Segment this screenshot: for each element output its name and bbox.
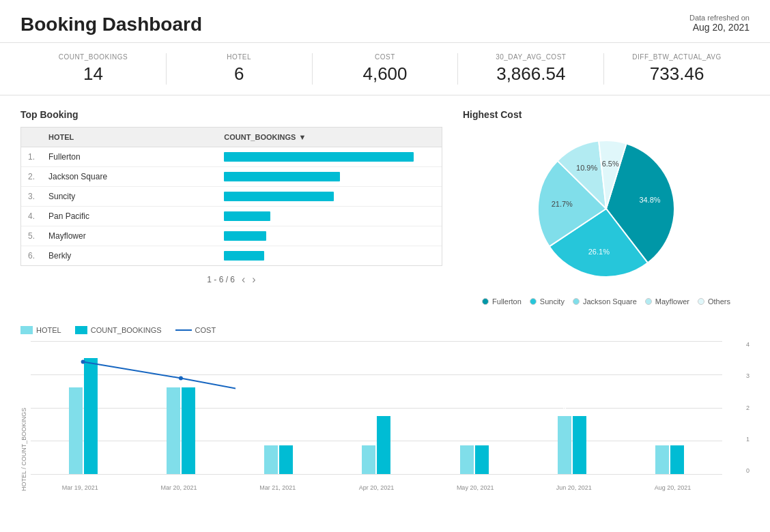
legend-label: Suncity <box>540 297 565 306</box>
bar-fill <box>224 172 340 181</box>
bar-hotel: 1 <box>362 445 375 475</box>
bar-fill <box>224 251 264 261</box>
table-row: 5. Mayflower <box>21 226 442 246</box>
bar-group-4: 1 <box>460 445 489 475</box>
bar-group-1: 3 <box>167 387 195 475</box>
pie-label-0: 34.8% <box>639 196 660 204</box>
hotel-cell: Suncity <box>48 192 224 201</box>
chart-legend-item-cost: COST <box>175 326 216 334</box>
hotel-count-label: 1 <box>661 435 664 442</box>
metric-cost: COST 4,600 <box>313 53 459 85</box>
bar-bookings <box>475 445 489 475</box>
legend-dot <box>698 298 704 305</box>
bar-bookings <box>670 445 684 475</box>
col-hotel-header: HOTEL <box>48 133 224 141</box>
bar-fill <box>224 152 414 162</box>
bar-group-5: 2 <box>558 416 586 474</box>
rank-cell: 5. <box>28 231 48 241</box>
bar-hotel: 2 <box>558 416 571 474</box>
table-header: HOTEL COUNT_BOOKINGS ▼ <box>21 128 442 147</box>
chart-legend-label: HOTEL <box>36 326 61 334</box>
metric-value: 4,600 <box>313 63 458 85</box>
legend-dot <box>530 298 537 305</box>
rank-cell: 4. <box>28 211 48 221</box>
chart-legend: HOTEL COUNT_BOOKINGS COST <box>20 326 750 334</box>
hotel-count-label: 1 <box>465 435 468 442</box>
refresh-date: Aug 20, 2021 <box>689 22 750 33</box>
table-row: 4. Pan Pacific <box>21 207 442 226</box>
prev-page-button[interactable]: ‹ <box>242 274 245 285</box>
bar-hotel: 3 <box>167 387 180 475</box>
col-rank-header <box>28 133 48 141</box>
table-row: 1. Fullerton <box>21 147 442 167</box>
bar-cell <box>224 211 435 221</box>
pie-label-2: 21.7% <box>552 200 573 208</box>
pie-label-3: 10.9% <box>576 164 597 172</box>
bar-cell <box>224 152 435 162</box>
sort-icon: ▼ <box>298 133 306 141</box>
legend-item-jackson-square: Jackson Square <box>573 297 637 306</box>
bar-bookings <box>377 416 390 474</box>
col-bookings-header: COUNT_BOOKINGS ▼ <box>224 133 435 141</box>
bottom-chart-section: HOTEL COUNT_BOOKINGS COST HOTEL / COUNT_… <box>0 319 770 505</box>
legend-item-mayflower: Mayflower <box>645 297 689 306</box>
bar-hotel: 1 <box>460 445 474 475</box>
metric-label: DIFF_BTW_ACTUAL_AVG <box>604 53 750 61</box>
hotel-count-label: 1 <box>270 435 273 442</box>
table-row: 2. Jackson Square <box>21 167 442 187</box>
hotel-cell: Pan Pacific <box>48 211 224 221</box>
bar-hotel: 3 <box>69 387 83 475</box>
highest-cost-title: Highest Cost <box>463 109 750 120</box>
rank-cell: 1. <box>28 152 48 162</box>
metric-value: 733.46 <box>604 63 750 85</box>
table-row: 6. Berkly <box>21 246 442 265</box>
bar-group-6: 1 <box>655 445 684 475</box>
legend-item-suncity: Suncity <box>530 297 565 306</box>
legend-label: Mayflower <box>655 297 689 306</box>
metric-label: COUNT_BOOKINGS <box>20 53 166 61</box>
x-label-5: Jun 20, 2021 <box>545 484 603 491</box>
bar-bookings <box>84 358 98 474</box>
chart-legend-item-hotel: HOTEL <box>20 326 61 334</box>
bar-fill <box>224 192 334 201</box>
bar-bookings <box>279 445 293 475</box>
metric-diff_btw_actual_avg: DIFF_BTW_ACTUAL_AVG 733.46 <box>604 53 750 85</box>
page-title: Booking Dashboard <box>20 14 202 35</box>
metric-label: 30_DAY_AVG_COST <box>458 53 603 61</box>
metric-label: COST <box>313 53 458 61</box>
hotel-cell: Fullerton <box>48 152 224 162</box>
metric-value: 6 <box>167 63 312 85</box>
bar-hotel: 1 <box>264 445 278 475</box>
pie-chart: 34.8%26.1%21.7%10.9%6.5% <box>524 127 688 291</box>
refresh-info: Data refreshed on Aug 20, 2021 <box>689 14 750 33</box>
metric-30_day_avg_cost: 30_DAY_AVG_COST 3,866.54 <box>458 53 604 85</box>
legend-label: Fullerton <box>492 297 522 306</box>
pagination: 1 - 6 / 6 ‹ › <box>20 274 442 285</box>
bar-hotel: 1 <box>655 445 669 475</box>
y-axis-label: HOTEL / COUNT_BOOKINGS <box>20 341 27 491</box>
header: Booking Dashboard Data refreshed on Aug … <box>0 0 770 43</box>
hotel-count-label: 2 <box>563 406 567 413</box>
chart-inner: 3 3 1 1 1 2 1 Mar 19, 2021Mar 20, 202 <box>31 341 750 491</box>
bar-cell <box>224 231 435 241</box>
legend-dot <box>482 298 489 305</box>
rank-cell: 3. <box>28 192 48 201</box>
hotel-count-label: 1 <box>367 435 371 442</box>
bar-bookings <box>573 416 586 474</box>
top-booking-section: Top Booking HOTEL COUNT_BOOKINGS ▼ 1. Fu… <box>20 109 442 306</box>
pie-label-4: 6.5% <box>602 160 619 168</box>
bar-cell <box>224 172 435 181</box>
pie-label-1: 26.1% <box>588 248 610 256</box>
next-page-button[interactable]: › <box>252 274 255 285</box>
metrics-row: COUNT_BOOKINGS 14HOTEL 6COST 4,60030_DAY… <box>0 43 770 95</box>
legend-label: Others <box>708 297 730 306</box>
legend-bar-swatch <box>75 326 87 334</box>
y-axis-tick: 1 <box>726 436 750 443</box>
chart-legend-label: COUNT_BOOKINGS <box>91 326 162 334</box>
metric-count_bookings: COUNT_BOOKINGS 14 <box>20 53 167 85</box>
metric-value: 3,866.54 <box>458 63 603 85</box>
pie-chart-container: 34.8%26.1%21.7%10.9%6.5% <box>463 127 750 291</box>
x-label-2: Mar 21, 2021 <box>248 484 306 491</box>
hotel-count-label: 3 <box>74 377 77 384</box>
metric-label: HOTEL <box>167 53 312 61</box>
